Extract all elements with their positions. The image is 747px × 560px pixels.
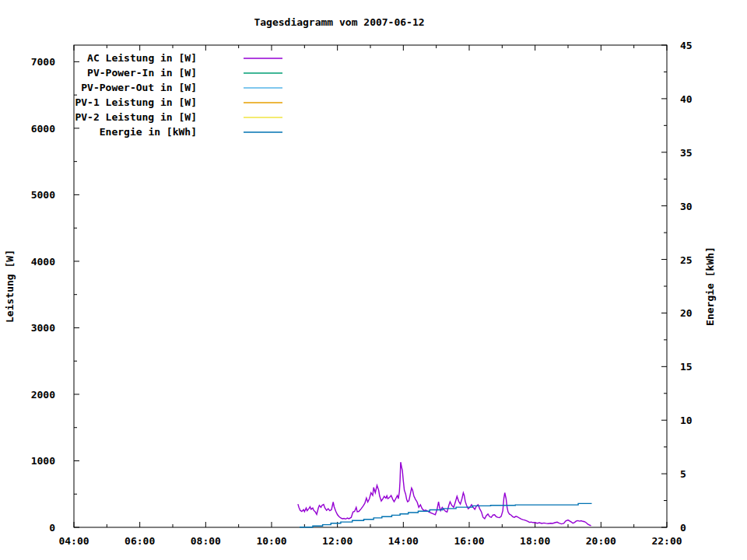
y-right-tick-label: 20 xyxy=(680,307,693,319)
legend-label: AC Leistung in [W] xyxy=(87,52,197,64)
y-left-tick-label: 2000 xyxy=(31,389,55,401)
x-tick-label: 20:00 xyxy=(586,535,616,547)
y-right-tick-label: 30 xyxy=(680,201,693,212)
x-tick-label: 22:00 xyxy=(651,535,682,547)
legend-label: PV-2 Leistung in [W] xyxy=(75,111,197,123)
y-left-tick-label: 4000 xyxy=(31,256,55,268)
legend-label: PV-Power-In in [W] xyxy=(87,67,197,79)
y-right-tick-label: 40 xyxy=(680,93,693,105)
x-tick-label: 10:00 xyxy=(256,535,286,547)
y-left-tick-label: 0 xyxy=(49,522,55,534)
y-right-tick-label: 35 xyxy=(680,147,693,159)
x-tick-label: 16:00 xyxy=(454,535,484,547)
y-right-tick-label: 10 xyxy=(680,415,693,426)
y-right-tick-label: 5 xyxy=(680,468,686,480)
left-axis-title: Leistung [W] xyxy=(4,250,16,323)
chart-drawing-layer: 04:0006:0008:0010:0012:0014:0016:0018:00… xyxy=(31,40,693,547)
x-tick-label: 12:00 xyxy=(322,535,352,547)
series-line-ac-leistung-in-w- xyxy=(298,462,591,526)
y-right-tick-label: 45 xyxy=(680,40,693,51)
x-tick-label: 04:00 xyxy=(58,535,89,547)
x-tick-label: 06:00 xyxy=(124,535,155,547)
chart-page: 04:0006:0008:0010:0012:0014:0016:0018:00… xyxy=(0,0,747,560)
right-axis-title: Energie [kWh] xyxy=(704,247,716,326)
y-left-tick-label: 6000 xyxy=(31,123,55,135)
legend-label: Energie in [kWh] xyxy=(100,126,197,138)
chart-title: Tagesdiagramm vom 2007-06-12 xyxy=(254,16,424,28)
legend-label: PV-1 Leistung in [W] xyxy=(75,96,197,108)
y-left-tick-label: 1000 xyxy=(31,455,55,467)
x-tick-label: 18:00 xyxy=(520,535,550,547)
x-tick-label: 14:00 xyxy=(388,535,419,547)
tagesdiagramm-chart: 04:0006:0008:0010:0012:0014:0016:0018:00… xyxy=(0,0,747,560)
y-right-tick-label: 0 xyxy=(680,522,686,534)
y-left-tick-label: 5000 xyxy=(31,189,55,201)
y-left-tick-label: 7000 xyxy=(31,56,55,68)
y-left-tick-label: 3000 xyxy=(31,322,55,334)
y-right-tick-label: 25 xyxy=(680,254,693,266)
y-right-tick-label: 15 xyxy=(680,361,693,373)
legend-label: PV-Power-Out in [W] xyxy=(81,82,197,93)
x-tick-label: 08:00 xyxy=(191,535,221,547)
